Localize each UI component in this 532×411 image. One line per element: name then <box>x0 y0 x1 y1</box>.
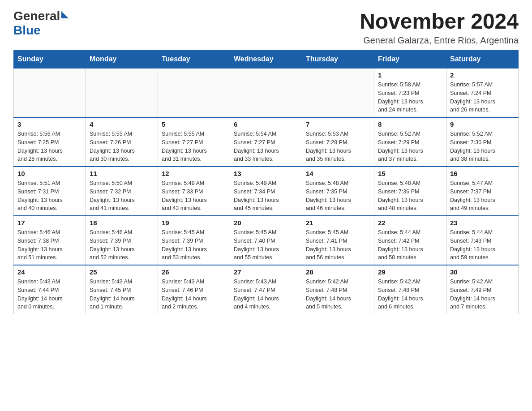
day-number: 29 <box>378 268 442 276</box>
day-info: Sunrise: 5:57 AM Sunset: 7:24 PM Dayligh… <box>450 81 515 114</box>
day-cell: 24Sunrise: 5:43 AM Sunset: 7:44 PM Dayli… <box>14 265 86 314</box>
week-row-5: 24Sunrise: 5:43 AM Sunset: 7:44 PM Dayli… <box>14 265 519 314</box>
day-info: Sunrise: 5:44 AM Sunset: 7:42 PM Dayligh… <box>378 228 442 262</box>
day-info: Sunrise: 5:44 AM Sunset: 7:43 PM Dayligh… <box>450 228 515 262</box>
week-row-3: 10Sunrise: 5:51 AM Sunset: 7:31 PM Dayli… <box>14 167 519 216</box>
col-header-saturday: Saturday <box>446 51 519 68</box>
logo-blue-text: Blue <box>13 23 41 37</box>
day-cell <box>158 68 230 117</box>
day-cell: 20Sunrise: 5:45 AM Sunset: 7:40 PM Dayli… <box>230 216 302 265</box>
day-number: 13 <box>234 170 298 177</box>
day-number: 11 <box>90 170 154 177</box>
day-cell: 7Sunrise: 5:53 AM Sunset: 7:28 PM Daylig… <box>302 117 374 167</box>
day-info: Sunrise: 5:47 AM Sunset: 7:37 PM Dayligh… <box>450 179 515 213</box>
day-cell: 27Sunrise: 5:43 AM Sunset: 7:47 PM Dayli… <box>230 265 302 314</box>
day-cell: 28Sunrise: 5:42 AM Sunset: 7:48 PM Dayli… <box>302 265 374 314</box>
day-number: 28 <box>306 268 370 276</box>
day-number: 18 <box>90 219 154 227</box>
day-number: 14 <box>306 170 370 177</box>
day-number: 15 <box>378 170 442 177</box>
week-row-4: 17Sunrise: 5:46 AM Sunset: 7:38 PM Dayli… <box>14 216 519 265</box>
week-row-1: 1Sunrise: 5:58 AM Sunset: 7:23 PM Daylig… <box>14 68 519 117</box>
day-number: 7 <box>306 120 370 128</box>
col-header-friday: Friday <box>374 51 446 68</box>
day-info: Sunrise: 5:46 AM Sunset: 7:39 PM Dayligh… <box>90 228 154 262</box>
day-cell: 9Sunrise: 5:52 AM Sunset: 7:30 PM Daylig… <box>446 117 519 167</box>
day-cell: 18Sunrise: 5:46 AM Sunset: 7:39 PM Dayli… <box>86 216 158 265</box>
day-cell: 12Sunrise: 5:49 AM Sunset: 7:33 PM Dayli… <box>158 167 230 216</box>
logo-triangle-icon <box>61 11 69 18</box>
day-info: Sunrise: 5:51 AM Sunset: 7:31 PM Dayligh… <box>17 179 82 213</box>
day-number: 24 <box>17 268 82 276</box>
day-cell: 26Sunrise: 5:43 AM Sunset: 7:46 PM Dayli… <box>158 265 230 314</box>
day-cell: 3Sunrise: 5:56 AM Sunset: 7:25 PM Daylig… <box>14 117 86 167</box>
day-cell: 1Sunrise: 5:58 AM Sunset: 7:23 PM Daylig… <box>374 68 446 117</box>
day-cell: 21Sunrise: 5:45 AM Sunset: 7:41 PM Dayli… <box>302 216 374 265</box>
day-number: 2 <box>450 71 515 79</box>
day-number: 30 <box>450 268 515 276</box>
day-info: Sunrise: 5:42 AM Sunset: 7:48 PM Dayligh… <box>378 278 442 311</box>
day-cell: 10Sunrise: 5:51 AM Sunset: 7:31 PM Dayli… <box>14 167 86 216</box>
day-cell <box>14 68 86 117</box>
day-cell: 16Sunrise: 5:47 AM Sunset: 7:37 PM Dayli… <box>446 167 519 216</box>
day-number: 21 <box>306 219 370 227</box>
day-number: 1 <box>378 71 442 79</box>
logo-general-text: General <box>13 9 60 23</box>
day-number: 4 <box>90 120 154 128</box>
day-info: Sunrise: 5:45 AM Sunset: 7:39 PM Dayligh… <box>162 228 226 262</box>
day-number: 8 <box>378 120 442 128</box>
day-number: 19 <box>162 219 226 227</box>
day-cell <box>86 68 158 117</box>
day-info: Sunrise: 5:52 AM Sunset: 7:30 PM Dayligh… <box>450 130 515 163</box>
day-number: 10 <box>17 170 82 177</box>
day-cell: 23Sunrise: 5:44 AM Sunset: 7:43 PM Dayli… <box>446 216 519 265</box>
day-info: Sunrise: 5:42 AM Sunset: 7:48 PM Dayligh… <box>306 278 370 311</box>
calendar-header: SundayMondayTuesdayWednesdayThursdayFrid… <box>14 51 519 68</box>
day-number: 20 <box>234 219 298 227</box>
day-number: 9 <box>450 120 515 128</box>
month-title: November 2024 <box>360 9 519 34</box>
col-header-wednesday: Wednesday <box>230 51 302 68</box>
day-cell: 15Sunrise: 5:48 AM Sunset: 7:36 PM Dayli… <box>374 167 446 216</box>
day-cell: 4Sunrise: 5:55 AM Sunset: 7:26 PM Daylig… <box>86 117 158 167</box>
logo: General Blue <box>13 9 69 38</box>
calendar-table: SundayMondayTuesdayWednesdayThursdayFrid… <box>13 50 519 314</box>
day-cell: 11Sunrise: 5:50 AM Sunset: 7:32 PM Dayli… <box>86 167 158 216</box>
day-cell: 19Sunrise: 5:45 AM Sunset: 7:39 PM Dayli… <box>158 216 230 265</box>
day-info: Sunrise: 5:43 AM Sunset: 7:47 PM Dayligh… <box>234 278 298 311</box>
day-info: Sunrise: 5:58 AM Sunset: 7:23 PM Dayligh… <box>378 81 442 114</box>
day-cell: 17Sunrise: 5:46 AM Sunset: 7:38 PM Dayli… <box>14 216 86 265</box>
day-cell <box>302 68 374 117</box>
day-cell: 6Sunrise: 5:54 AM Sunset: 7:27 PM Daylig… <box>230 117 302 167</box>
day-number: 25 <box>90 268 154 276</box>
title-section: November 2024 General Galarza, Entre Rio… <box>360 9 519 46</box>
day-number: 23 <box>450 219 515 227</box>
day-info: Sunrise: 5:56 AM Sunset: 7:25 PM Dayligh… <box>17 130 82 163</box>
col-header-sunday: Sunday <box>14 51 86 68</box>
day-cell: 25Sunrise: 5:43 AM Sunset: 7:45 PM Dayli… <box>86 265 158 314</box>
day-info: Sunrise: 5:42 AM Sunset: 7:49 PM Dayligh… <box>450 278 515 311</box>
day-number: 27 <box>234 268 298 276</box>
day-info: Sunrise: 5:55 AM Sunset: 7:27 PM Dayligh… <box>162 130 226 163</box>
col-header-thursday: Thursday <box>302 51 374 68</box>
day-number: 26 <box>162 268 226 276</box>
day-number: 16 <box>450 170 515 177</box>
day-info: Sunrise: 5:54 AM Sunset: 7:27 PM Dayligh… <box>234 130 298 163</box>
location-subtitle: General Galarza, Entre Rios, Argentina <box>360 35 519 46</box>
day-number: 5 <box>162 120 226 128</box>
calendar-body: 1Sunrise: 5:58 AM Sunset: 7:23 PM Daylig… <box>14 68 519 314</box>
day-info: Sunrise: 5:45 AM Sunset: 7:41 PM Dayligh… <box>306 228 370 262</box>
day-info: Sunrise: 5:46 AM Sunset: 7:38 PM Dayligh… <box>17 228 82 262</box>
day-cell: 5Sunrise: 5:55 AM Sunset: 7:27 PM Daylig… <box>158 117 230 167</box>
day-info: Sunrise: 5:48 AM Sunset: 7:36 PM Dayligh… <box>378 179 442 213</box>
day-number: 12 <box>162 170 226 177</box>
day-number: 17 <box>17 219 82 227</box>
day-info: Sunrise: 5:50 AM Sunset: 7:32 PM Dayligh… <box>90 179 154 213</box>
day-info: Sunrise: 5:52 AM Sunset: 7:29 PM Dayligh… <box>378 130 442 163</box>
day-cell <box>230 68 302 117</box>
col-header-monday: Monday <box>86 51 158 68</box>
day-info: Sunrise: 5:43 AM Sunset: 7:45 PM Dayligh… <box>90 278 154 311</box>
day-info: Sunrise: 5:48 AM Sunset: 7:35 PM Dayligh… <box>306 179 370 213</box>
day-number: 22 <box>378 219 442 227</box>
day-cell: 14Sunrise: 5:48 AM Sunset: 7:35 PM Dayli… <box>302 167 374 216</box>
